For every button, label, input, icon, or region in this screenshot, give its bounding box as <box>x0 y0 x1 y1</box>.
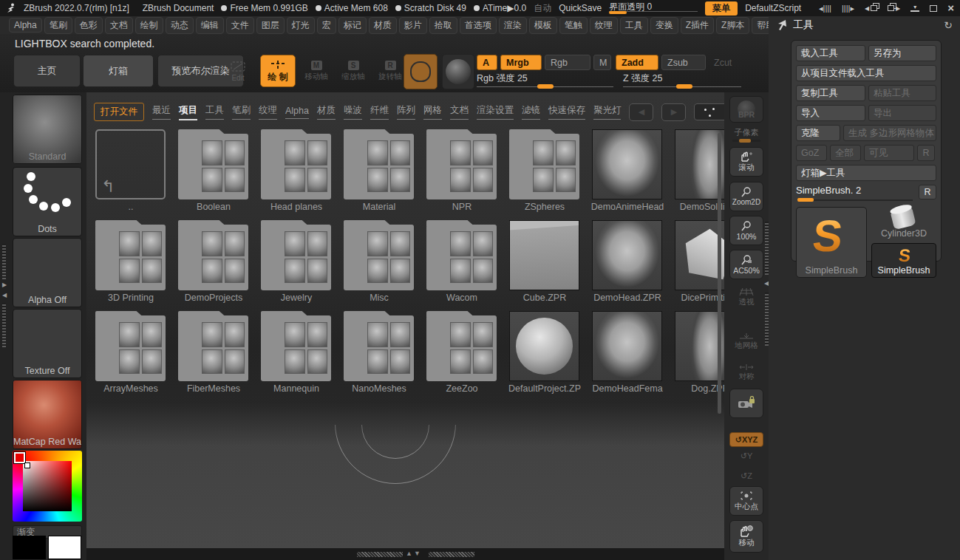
minimize-icon[interactable]: ▼ <box>910 4 919 12</box>
lightbox-scrollbar[interactable] <box>718 133 721 414</box>
ui-transparency-handle[interactable] <box>609 11 627 14</box>
grow-ui-icon[interactable]: ||||▸ <box>842 4 854 13</box>
lightbox-forward-button[interactable]: ▶ <box>661 103 686 121</box>
tab-fiber[interactable]: 纤维 <box>370 104 389 120</box>
lightbox-item[interactable]: ArrayMeshes <box>89 310 172 400</box>
home-button[interactable]: 主页 <box>13 55 81 87</box>
color-picker[interactable] <box>13 451 82 522</box>
zoom2d-button[interactable]: Zoom2D <box>729 182 763 211</box>
tab-quicksave[interactable]: 快速保存 <box>548 104 585 120</box>
tab-array[interactable]: 阵列 <box>397 104 415 120</box>
tab-noise[interactable]: 噪波 <box>344 104 362 120</box>
zsub-mode-button[interactable]: Zsub <box>661 55 706 70</box>
m-mode-button[interactable]: M <box>593 55 611 70</box>
menu-tool[interactable]: 工具 <box>620 17 648 34</box>
lightbox-item[interactable]: ZSpheres <box>503 128 586 219</box>
tab-tool[interactable]: 工具 <box>205 104 224 120</box>
menu-brush[interactable]: 笔刷 <box>44 17 72 34</box>
rotate-z-button[interactable]: ↺Z <box>729 471 763 481</box>
current-tool-slider[interactable]: SimpleBrush. 2 R <box>796 185 936 204</box>
color-swatch-white[interactable] <box>48 536 81 559</box>
ui-transparency-slider[interactable]: 界面透明 0 <box>609 0 698 16</box>
menu-light[interactable]: 灯光 <box>287 17 315 34</box>
tab-render-settings[interactable]: 渲染设置 <box>477 104 514 120</box>
left-divider-collapse-icon[interactable]: ◀ <box>2 293 7 298</box>
tool-r-button[interactable]: R <box>919 185 936 199</box>
lightbox-item[interactable]: DemoHeadFema <box>586 310 669 400</box>
mrgb-mode-button[interactable]: Mrgb <box>500 55 542 70</box>
auto-toggle[interactable]: 自动 <box>534 2 551 15</box>
antialiased-half-button[interactable]: AC50% <box>729 250 763 279</box>
menu-macro[interactable]: 宏 <box>317 17 336 34</box>
saturation-value-square[interactable] <box>23 461 72 511</box>
material-picker-button[interactable] <box>442 54 474 89</box>
next-layout-icon[interactable]: ▶ <box>888 5 900 12</box>
lightbox-back-button[interactable]: ◀ <box>629 103 653 121</box>
menu-document[interactable]: 文档 <box>105 17 133 34</box>
menu-material[interactable]: 材质 <box>369 17 397 34</box>
current-alpha-button[interactable]: Alpha Off <box>13 238 82 307</box>
menu-alpha[interactable]: Alpha <box>9 18 42 33</box>
zscript-button[interactable]: DefaultZScript <box>745 3 801 13</box>
tab-document[interactable]: 文档 <box>450 104 469 120</box>
subpixel-handle[interactable] <box>739 139 751 143</box>
menu-render[interactable]: 渲染 <box>499 17 527 34</box>
tab-alpha[interactable]: Alpha <box>285 106 309 119</box>
prev-layout-icon[interactable]: ◀ <box>865 5 877 12</box>
z-intensity-slider[interactable]: Z 强度 25 <box>623 72 663 85</box>
goz-r-button[interactable]: R <box>917 145 935 161</box>
rgb-intensity-handle[interactable] <box>537 84 554 89</box>
menu-stroke[interactable]: 笔触 <box>559 17 588 34</box>
lightbox-item[interactable]: DemoHead.ZPR <box>586 219 669 310</box>
refresh-icon[interactable]: ↻ <box>944 19 953 31</box>
symmetry-button[interactable]: 对称 <box>729 360 763 385</box>
lightbox-to-tool-button[interactable]: 灯箱▶工具 <box>796 165 936 181</box>
move-button[interactable]: M 移动轴 <box>300 55 333 87</box>
lightbox-item[interactable]: NanoMeshes <box>338 310 421 400</box>
copy-tool-button[interactable]: 复制工具 <box>796 85 865 101</box>
zcut-mode-button[interactable]: Zcut <box>709 55 741 70</box>
tab-brush[interactable]: 笔刷 <box>232 104 251 120</box>
left-divider-dots[interactable] <box>2 303 6 347</box>
stroke-picker-button[interactable] <box>404 54 438 89</box>
menu-draw[interactable]: 绘制 <box>135 17 163 34</box>
move-canvas-button[interactable]: 移动 <box>729 520 763 553</box>
menu-texture[interactable]: 纹理 <box>590 17 618 34</box>
current-brush-button[interactable]: Standard <box>13 95 82 164</box>
current-tool-handle[interactable] <box>797 198 814 202</box>
lightbox-item[interactable]: Head planes <box>255 128 338 219</box>
lightbox-item[interactable]: DefaultProject.ZP <box>503 310 586 400</box>
shrink-ui-icon[interactable]: ◂|||| <box>819 4 831 13</box>
close-icon[interactable]: × <box>947 4 954 12</box>
current-tool-thumbnail[interactable]: S SimpleBrush <box>796 207 867 278</box>
goz-visible-button[interactable]: 可见 <box>864 145 914 161</box>
load-from-project-button[interactable]: 从项目文件载入工具 <box>796 65 936 81</box>
current-texture-button[interactable]: Texture Off <box>13 309 82 378</box>
lightbox-item[interactable]: FiberMeshes <box>172 310 255 400</box>
make-polymesh-button[interactable]: 生成 多边形网格物体 <box>843 125 936 141</box>
lightbox-item[interactable]: DemoAnimeHead <box>586 128 669 219</box>
save-as-button[interactable]: 另存为 <box>868 45 936 61</box>
restore-icon[interactable] <box>930 5 937 12</box>
rgb-mode-button[interactable]: Rgb <box>545 55 590 70</box>
goz-all-button[interactable]: 全部 <box>830 145 861 161</box>
z-intensity-handle[interactable] <box>676 84 692 89</box>
tab-mesh[interactable]: 网格 <box>423 104 442 120</box>
menu-file[interactable]: 文件 <box>226 17 254 34</box>
menu-zscript[interactable]: Z脚本 <box>716 17 749 34</box>
tab-recent[interactable]: 最近 <box>152 104 171 120</box>
color-swatch-black[interactable] <box>13 536 46 559</box>
zadd-mode-button[interactable]: Zadd <box>616 55 658 70</box>
lightbox-item[interactable]: ZeeZoo <box>421 310 503 400</box>
export-button[interactable]: 导出 <box>868 105 936 121</box>
quicksave-button[interactable]: QuickSave <box>559 3 602 13</box>
menu-color[interactable]: 色彩 <box>75 17 103 34</box>
menu-transform[interactable]: 变换 <box>650 17 678 34</box>
rotate-button[interactable]: R 旋转轴 <box>374 55 406 87</box>
draw-button[interactable]: 绘 制 <box>260 55 296 87</box>
lightbox-item[interactable]: ↰ .. <box>89 128 172 219</box>
bpr-button[interactable]: BPR <box>729 96 763 123</box>
load-tool-button[interactable]: 载入工具 <box>796 45 865 61</box>
lightbox-item[interactable]: 3D Printing <box>89 219 172 310</box>
menu-zplugin[interactable]: Z插件 <box>681 17 714 34</box>
